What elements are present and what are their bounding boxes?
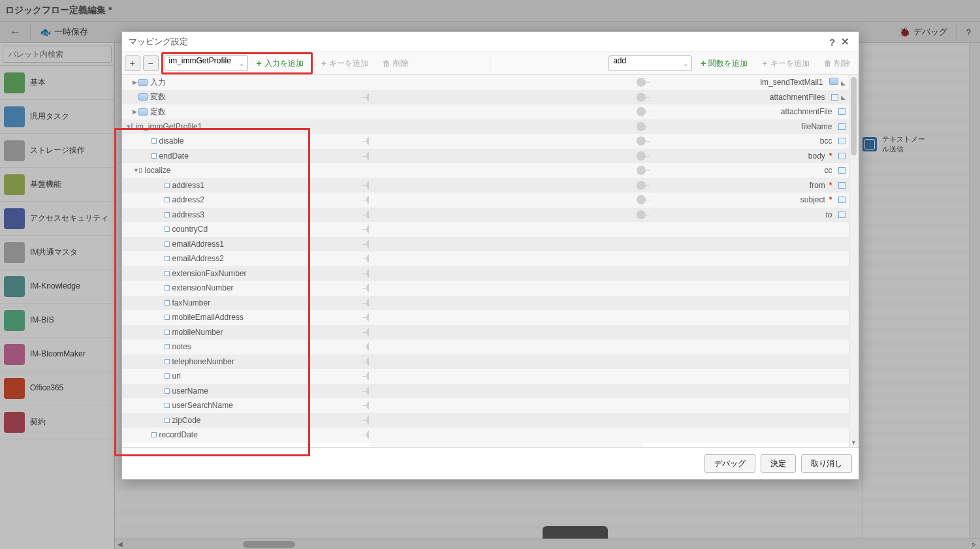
add-key-left-button[interactable]: + キーを追加	[315, 55, 374, 71]
tree-row[interactable]: ▼localize	[122, 163, 369, 178]
leaf-icon	[165, 242, 170, 247]
delete-left-button[interactable]: 🗑 削除	[377, 55, 415, 71]
tree-row[interactable]: fileName	[643, 119, 859, 134]
connector-in[interactable]	[637, 166, 646, 175]
connector-in[interactable]	[637, 210, 646, 219]
node-name: 入力	[150, 77, 166, 88]
tree-row[interactable]: recordDate	[122, 428, 369, 443]
tree-row[interactable]: faxNumber	[122, 296, 369, 311]
left-select[interactable]: im_immGetProfile ⌄	[165, 55, 248, 71]
tree-row[interactable]: notes	[122, 339, 369, 354]
toggle-icon[interactable]: ◣	[841, 80, 846, 86]
tree-row[interactable]: countryCd	[122, 222, 369, 237]
toggle-icon[interactable]: ◣	[841, 94, 846, 101]
scroll-down-icon[interactable]: ▼	[849, 439, 859, 446]
connector-out[interactable]	[366, 357, 369, 366]
scroll-thumb[interactable]	[851, 77, 857, 155]
connector-out[interactable]	[366, 254, 369, 263]
right-select[interactable]: add ⌄	[609, 55, 692, 71]
tree-row[interactable]: body *	[643, 149, 859, 164]
tree-row[interactable]: address1	[122, 178, 369, 193]
connector-out[interactable]	[366, 430, 369, 439]
connector-out[interactable]	[366, 181, 369, 190]
connector-out[interactable]	[366, 210, 369, 219]
connector-in[interactable]	[637, 136, 646, 146]
leaf-icon	[151, 432, 157, 437]
tree-row[interactable]: extensionFaxNumber	[122, 266, 369, 281]
add-function-button[interactable]: + 関数を追加	[695, 55, 753, 71]
connector-in[interactable]	[637, 181, 646, 190]
tree-row[interactable]: address3	[122, 208, 369, 223]
delete-r-label: 削除	[834, 58, 850, 69]
tree-row[interactable]: mobileNumber	[122, 325, 369, 340]
node-name: emailAddress1	[172, 240, 224, 249]
collapse-all-button[interactable]: −	[143, 55, 159, 71]
connector-out[interactable]	[366, 371, 369, 381]
connector-out[interactable]	[366, 298, 369, 307]
toggle-icon[interactable]: ▼	[133, 167, 139, 174]
footer-ok-button[interactable]: 決定	[761, 454, 796, 473]
type-icon	[831, 94, 838, 101]
tree-row[interactable]: attachmentFile	[643, 104, 859, 119]
tree-row-empty	[643, 237, 859, 252]
leaf-icon	[165, 227, 170, 232]
delete-right-button[interactable]: 🗑 削除	[818, 55, 856, 71]
tree-row[interactable]: im_sendTextMail1 ◣	[643, 75, 859, 90]
node-name: to	[825, 210, 832, 219]
tree-row[interactable]: telephoneNumber	[122, 354, 369, 369]
connector-out[interactable]	[366, 313, 369, 322]
connector-in[interactable]	[637, 122, 646, 131]
node-name: 定数	[150, 106, 166, 118]
connector-out[interactable]	[366, 225, 369, 234]
expand-all-button[interactable]: +	[125, 55, 140, 71]
right-select-value: add	[613, 56, 626, 65]
tree-row[interactable]: userSearchName	[122, 398, 369, 413]
connector-out[interactable]	[366, 386, 369, 396]
toggle-icon[interactable]: ▼	[126, 123, 132, 130]
connector-out[interactable]	[366, 283, 369, 292]
tree-row[interactable]: cc	[643, 163, 859, 178]
leaf-icon	[151, 138, 157, 144]
connector-in[interactable]	[637, 195, 646, 204]
tree-row[interactable]: userName	[122, 384, 369, 399]
footer-debug-button[interactable]: デバッグ	[704, 454, 755, 473]
add-key-right-button[interactable]: + キーを追加	[756, 55, 815, 71]
resize-handle[interactable]	[970, 539, 978, 547]
connector-out[interactable]	[366, 269, 369, 278]
tree-row[interactable]: url	[122, 369, 369, 384]
connector-in[interactable]	[637, 93, 646, 102]
footer-cancel-button[interactable]: 取り消し	[801, 454, 852, 473]
tree-row[interactable]: from *	[643, 178, 859, 193]
tree-row[interactable]: zipCode	[122, 413, 369, 428]
tree-row[interactable]: emailAddress2	[122, 251, 369, 266]
connector-out[interactable]	[366, 240, 369, 249]
mapping-canvas[interactable]	[369, 75, 643, 447]
connector-out[interactable]	[366, 401, 369, 410]
modal-help-button[interactable]: ?	[826, 37, 839, 48]
add-input-button[interactable]: + 入力を追加	[251, 55, 309, 71]
connector-in[interactable]	[637, 78, 646, 87]
tree-row[interactable]: subject *	[643, 193, 859, 208]
tree-row[interactable]: address2	[122, 193, 369, 208]
connector-out[interactable]	[366, 416, 369, 425]
right-vscroll[interactable]: ▼	[849, 75, 859, 447]
tree-row-empty	[643, 310, 859, 325]
tree-row[interactable]: attachmentFiles ◣	[643, 90, 859, 105]
tree-row[interactable]: bcc	[643, 134, 859, 149]
leaf-icon	[165, 212, 170, 217]
toggle-icon[interactable]: ▶	[131, 79, 138, 86]
tree-row[interactable]: emailAddress1	[122, 237, 369, 252]
connector-out[interactable]	[366, 328, 369, 337]
toggle-icon[interactable]: ▶	[131, 108, 138, 115]
node-name: zipCode	[172, 416, 201, 425]
tree-row[interactable]: to	[643, 208, 859, 223]
tree-row[interactable]: extensionNumber	[122, 281, 369, 296]
connector-out[interactable]	[366, 342, 369, 351]
node-name: attachmentFiles	[770, 93, 825, 102]
tree-row[interactable]: mobileEmailAddress	[122, 310, 369, 325]
connector-in[interactable]	[637, 107, 646, 116]
right-tree: im_sendTextMail1 ◣attachmentFiles ◣attac…	[643, 75, 859, 447]
connector-in[interactable]	[637, 151, 646, 161]
connector-out[interactable]	[366, 195, 369, 204]
modal-close-button[interactable]: ✕	[839, 36, 852, 48]
